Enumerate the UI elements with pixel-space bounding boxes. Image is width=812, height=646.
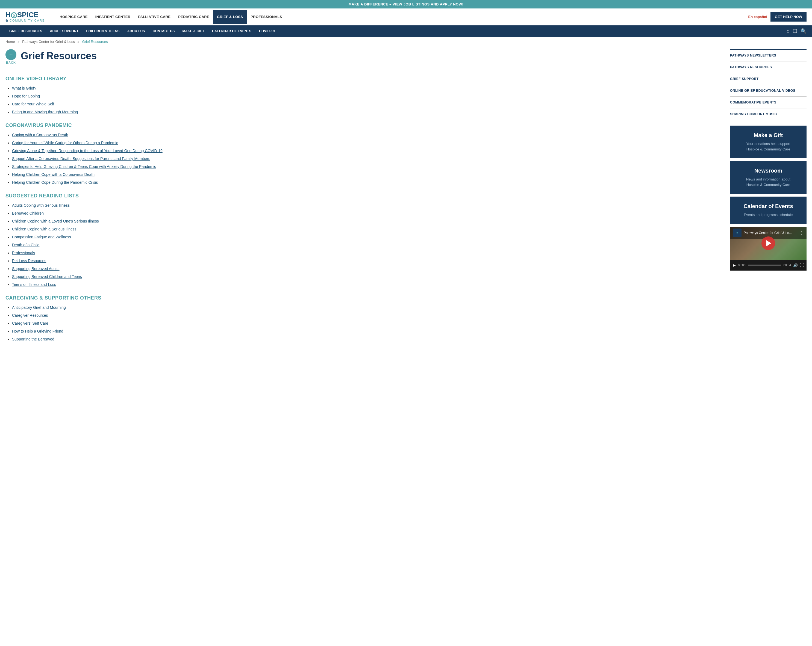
nav-inpatient-center[interactable]: INPATIENT CENTER	[92, 10, 134, 24]
link-being-in-moving[interactable]: Being In and Moving through Mourning	[12, 110, 78, 114]
sidebar-item-commemorative-events[interactable]: COMMEMORATIVE EVENTS	[730, 97, 806, 108]
page-layout: ← BACK Grief Resources ONLINE VIDEO LIBR…	[0, 46, 812, 356]
link-grieving-alone[interactable]: Grieving Alone & Together: Responding to…	[12, 149, 163, 153]
link-death-of-child[interactable]: Death of a Child	[12, 243, 39, 247]
list-item: Anticipatory Grief and Mourning	[12, 305, 719, 311]
newsroom-card[interactable]: Newsroom News and information aboutHospi…	[730, 161, 806, 194]
link-supporting-bereaved[interactable]: Supporting the Bereaved	[12, 337, 54, 341]
video-play-pause-button[interactable]: ▶	[733, 263, 736, 267]
breadcrumb-home[interactable]: Home	[6, 40, 15, 44]
sub-nav-links: GRIEF RESOURCES ADULT SUPPORT CHILDREN &…	[6, 25, 787, 37]
top-banner[interactable]: MAKE A DIFFERENCE – VIEW JOB LISTINGS AN…	[0, 0, 812, 8]
nav-palliative-care[interactable]: PALLIATIVE CARE	[134, 10, 174, 24]
subnav-contact-us[interactable]: CONTACT US	[149, 25, 179, 37]
list-item: Supporting Bereaved Adults	[12, 266, 719, 272]
list-item: Bereaved Children	[12, 210, 719, 216]
calendar-title: Calendar of Events	[734, 203, 802, 209]
list-item: Support After a Coronavirus Death: Sugge…	[12, 156, 719, 162]
link-helping-children-cope[interactable]: Helping Children Cope with a Coronavirus…	[12, 172, 95, 177]
en-espanol-link[interactable]: En español	[748, 15, 767, 19]
get-help-button[interactable]: GET HELP NOW	[771, 12, 806, 21]
video-progress-bar[interactable]	[748, 265, 781, 266]
list-item: Children Coping with a Loved One's Serio…	[12, 218, 719, 224]
subnav-covid[interactable]: COVID-19	[255, 25, 279, 37]
sidebar-item-pathways-resources[interactable]: PATHWAYS RESOURCES	[730, 61, 806, 73]
section-online-video: ONLINE VIDEO LIBRARY What is Grief? Hope…	[6, 76, 719, 115]
link-helping-children-pandemic[interactable]: Helping Children Cope During the Pandemi…	[12, 180, 98, 184]
list-item: Grieving Alone & Together: Responding to…	[12, 148, 719, 154]
link-children-loved-one[interactable]: Children Coping with a Loved One's Serio…	[12, 219, 99, 223]
home-icon[interactable]: ⌂	[787, 28, 790, 34]
subnav-make-gift[interactable]: MAKE A GIFT	[179, 25, 208, 37]
breadcrumb: Home » Pathways Center for Grief & Loss …	[0, 37, 812, 46]
video-logo-icon: H	[733, 229, 742, 237]
coronavirus-list: Coping with a Coronavirus Death Caring f…	[6, 132, 719, 185]
back-label: BACK	[6, 61, 16, 64]
link-strategies-children[interactable]: Strategies to Help Grieving Children & T…	[12, 165, 156, 169]
video-mute-button[interactable]: 🔊	[793, 263, 798, 267]
main-content: ← BACK Grief Resources ONLINE VIDEO LIBR…	[6, 46, 719, 345]
link-children-serious-illness[interactable]: Children Coping with a Serious Illness	[12, 227, 76, 231]
link-caring-yourself[interactable]: Caring for Yourself While Caring for Oth…	[12, 141, 118, 145]
subnav-about-us[interactable]: ABOUT US	[124, 25, 149, 37]
link-compassion-fatigue[interactable]: Compassion Fatigue and Wellness	[12, 235, 71, 239]
link-bereaved-children[interactable]: Bereaved Children	[12, 211, 44, 215]
link-anticipatory-grief[interactable]: Anticipatory Grief and Mourning	[12, 305, 66, 309]
link-caregiver-resources[interactable]: Caregiver Resources	[12, 313, 48, 317]
sidebar-item-pathways-newsletters[interactable]: PATHWAYS NEWSLETTERS	[730, 50, 806, 61]
share-icon[interactable]: ❐	[793, 28, 797, 34]
sidebar: PATHWAYS NEWSLETTERS PATHWAYS RESOURCES …	[730, 46, 806, 345]
newsroom-subtitle: News and information aboutHospice & Comm…	[734, 177, 802, 187]
link-support-after[interactable]: Support After a Coronavirus Death: Sugge…	[12, 157, 150, 161]
link-professionals[interactable]: Professionals	[12, 251, 35, 255]
banner-text: MAKE A DIFFERENCE – VIEW JOB LISTINGS AN…	[349, 2, 464, 6]
make-gift-card[interactable]: Make a Gift Your donations help supportH…	[730, 126, 806, 158]
link-supporting-bereaved-adults[interactable]: Supporting Bereaved Adults	[12, 267, 60, 271]
nav-professionals[interactable]: PROFESSIONALS	[247, 10, 286, 24]
newsroom-title: Newsroom	[734, 168, 802, 174]
main-nav: HoSPICE & COMMUNITY CARE HOSPICE CARE IN…	[0, 8, 812, 25]
play-icon	[766, 240, 771, 246]
list-item: Supporting the Bereaved	[12, 337, 719, 342]
calendar-card[interactable]: Calendar of Events Events and programs s…	[730, 197, 806, 224]
sidebar-item-grief-support[interactable]: GRIEF SUPPORT	[730, 73, 806, 85]
nav-grief-loss[interactable]: GRIEF & LOSS	[213, 10, 247, 24]
breadcrumb-pathways[interactable]: Pathways Center for Grief & Loss	[22, 40, 75, 44]
link-teens-illness-loss[interactable]: Teens on Illness and Loss	[12, 282, 56, 287]
sidebar-item-online-grief-videos[interactable]: ONLINE GRIEF EDUCATIONAL VIDEOS	[730, 85, 806, 97]
link-adults-coping[interactable]: Adults Coping with Serious Illness	[12, 203, 70, 207]
link-coping-coronavirus-death[interactable]: Coping with a Coronavirus Death	[12, 133, 68, 137]
list-item: Pet Loss Resources	[12, 258, 719, 264]
sidebar-menu: PATHWAYS NEWSLETTERS PATHWAYS RESOURCES …	[730, 49, 806, 120]
nav-hospice-care[interactable]: HOSPICE CARE	[56, 10, 92, 24]
subnav-grief-resources[interactable]: GRIEF RESOURCES	[6, 25, 46, 37]
link-what-is-grief[interactable]: What is Grief?	[12, 86, 36, 90]
search-icon[interactable]: 🔍	[801, 28, 806, 34]
video-play-button[interactable]	[762, 236, 775, 250]
link-care-whole-self[interactable]: Care for Your Whole Self	[12, 102, 54, 106]
logo[interactable]: HoSPICE & COMMUNITY CARE	[6, 8, 50, 25]
video-more-options-icon[interactable]: ⋮	[800, 230, 804, 235]
breadcrumb-sep-1: »	[17, 40, 20, 44]
list-item: Children Coping with a Serious Illness	[12, 226, 719, 232]
sidebar-item-sharing-comfort-music[interactable]: SHARING COMFORT MUSIC	[730, 108, 806, 120]
link-how-to-help[interactable]: How to Help a Grieving Friend	[12, 329, 63, 334]
breadcrumb-sep-2: »	[78, 40, 79, 44]
section-heading-caregiving: CAREGIVING & SUPPORTING OTHERS	[6, 295, 719, 301]
nav-links: HOSPICE CARE INPATIENT CENTER PALLIATIVE…	[56, 10, 748, 24]
video-fullscreen-button[interactable]: ⛶	[800, 263, 804, 267]
logo-hospice: HoSPICE	[6, 11, 45, 18]
video-card: H Pathways Center for Grief & Lo... ⋮ ▶ …	[730, 227, 806, 271]
list-item: Adults Coping with Serious Illness	[12, 203, 719, 208]
link-hope-for-coping[interactable]: Hope for Coping	[12, 94, 40, 98]
subnav-adult-support[interactable]: ADULT SUPPORT	[46, 25, 82, 37]
subnav-children-teens[interactable]: CHILDREN & TEENS	[82, 25, 124, 37]
link-pet-loss[interactable]: Pet Loss Resources	[12, 259, 46, 263]
back-button[interactable]: ← BACK	[6, 49, 17, 64]
subnav-calendar[interactable]: CALENDAR OF EVENTS	[208, 25, 255, 37]
link-supporting-bereaved-children[interactable]: Supporting Bereaved Children and Teens	[12, 274, 82, 279]
nav-right: En español GET HELP NOW	[748, 12, 806, 21]
nav-pediatric-care[interactable]: PEDIATRIC CARE	[174, 10, 213, 24]
breadcrumb-current: Grief Resources	[82, 40, 108, 44]
link-caregivers-self-care[interactable]: Caregivers' Self Care	[12, 321, 48, 326]
